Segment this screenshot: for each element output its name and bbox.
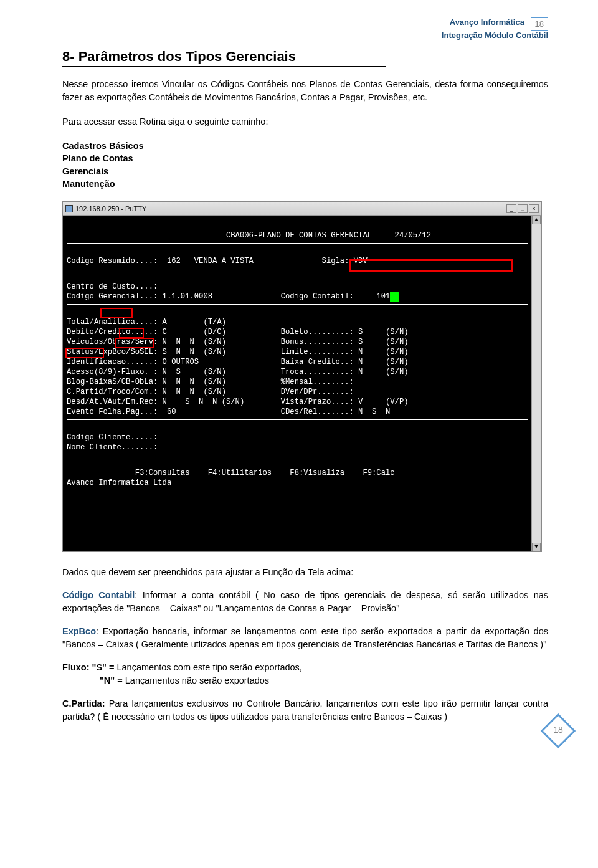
brand-line1: Avanço Informática [450,17,524,27]
term-row: Blog-BaixaS/CB-ObLa: N N N (S/N) %Mensal… [67,378,354,386]
p-cpartida: C.Partida: Para lançamentos exclusivos n… [62,697,548,723]
post-line1: Dados que devem ser preenchidos para aju… [62,566,548,579]
lbl-fluxo-n: "N" = [100,675,123,685]
txt-cpartida: Para lançamentos exclusivos no Controle … [62,699,548,722]
p-expbco: ExpBco: Exportação bancaria, informar se… [62,625,548,651]
lbl-codigo: Código Contabil [62,590,135,600]
page-header: Avanço Informática 18 Integração Módulo … [442,17,548,40]
nav-step: Manutenção [62,178,548,190]
lbl-expbco: ExpBco [62,626,96,636]
term-row: Debito/Credito.....: C (D/C) Boleto.....… [67,328,409,336]
page-number-badge: 18 [543,716,573,746]
term-row: Centro de Custo....: [67,282,158,291]
term-row: Desd/At.VAut/Em.Rec: N S N N (S/N) Vista… [67,398,409,406]
terminal-body: CBA006-PLANO DE CONTAS GERENCIAL 24/05/1… [63,216,531,551]
scroll-down-icon[interactable]: ▼ [532,543,541,551]
nav-step: Plano de Contas [62,152,548,165]
p-fluxo: Fluxo: "S" = Lançamentos com este tipo s… [62,661,548,687]
lbl-cpartida: C.Partida: [62,699,105,708]
close-button[interactable]: × [529,204,539,213]
intro-paragraph: Nesse processo iremos Vincular os Código… [62,78,548,104]
terminal-titlebar: 192.168.0.250 - PuTTY _ □ × [63,202,541,216]
term-row: Codigo Gerencial...: 1.1.01.0008 Codigo … [67,292,390,301]
highlight-codigo-contabil [349,259,513,272]
term-row: Total/Analitica....: A (T/A) [67,318,226,327]
term-row: Acesso(8/9)-Fluxo. : N S (S/N) Troca....… [67,368,409,376]
terminal-scrollbar[interactable]: ▲ ▼ [531,216,541,551]
term-row: Codigo Resumido....: 162 VENDA A VISTA S… [67,257,368,265]
explanations: Dados que devem ser preenchidos para aju… [62,566,548,723]
terminal-title: 192.168.0.250 - PuTTY [75,205,146,212]
brand-line2: Integração Módulo Contábil [442,31,548,40]
putty-icon [65,205,73,212]
minimize-button[interactable]: _ [506,204,516,213]
txt-fluxo-n: Lançamentos não serão exportados [123,675,269,685]
highlight-expbco [100,308,133,318]
scroll-up-icon[interactable]: ▲ [532,216,541,224]
lbl-fluxo-s: Fluxo: "S" = [62,662,114,672]
footer-page-number: 18 [543,725,573,735]
nav-path: Cadastros Básicos Plano de Contas Gerenc… [62,140,548,190]
term-footer: Avanco Informatica Ltda [67,479,171,487]
access-line: Para acessar essa Rotina siga o seguinte… [62,115,548,128]
txt-expbco: : Exportação bancaria, informar se lança… [62,626,548,649]
maximize-button[interactable]: □ [518,204,528,213]
nav-step: Gerenciais [62,165,548,178]
screen-title: CBA006-PLANO DE CONTAS GERENCIAL [226,231,372,240]
screen-date: 24/05/12 [395,231,432,240]
p-codigo: Código Contabil: Informar a conta contáb… [62,589,548,615]
top-page-number: 18 [531,17,548,31]
section-title: 8- Parâmetros dos Tipos Gerenciais [62,49,386,67]
terminal-window: 192.168.0.250 - PuTTY _ □ × CBA006-PLANO… [62,201,542,552]
cursor-icon [390,292,399,302]
term-row: Identificacao......: O OUTROS Baixa Cred… [67,358,409,366]
term-row: Veiculos/Obras/Serv: N N N (S/N) Bonus..… [67,338,409,346]
term-row: Status/ExpBco/SoSEL: S N N (S/N) Limite.… [67,348,409,356]
term-fkeys: F3:Consultas F4:Utilitarios F8:Visualiza… [67,469,395,477]
term-row: Evento Folha.Pag...: 60 CDes/Rel.......:… [67,408,390,416]
txt-codigo: : Informar a conta contábil ( No caso de… [62,590,548,613]
term-row: Nome Cliente.......: [67,443,158,452]
nav-step: Cadastros Básicos [62,140,548,152]
term-row: Codigo Cliente.....: [67,433,158,442]
term-row: C.Partid/Troco/Com.: N N N (S/N) DVen/DP… [67,388,354,396]
term-header-row: CBA006-PLANO DE CONTAS GERENCIAL 24/05/1… [67,231,431,240]
txt-fluxo-s: Lançamentos com este tipo serão exportad… [114,662,301,672]
